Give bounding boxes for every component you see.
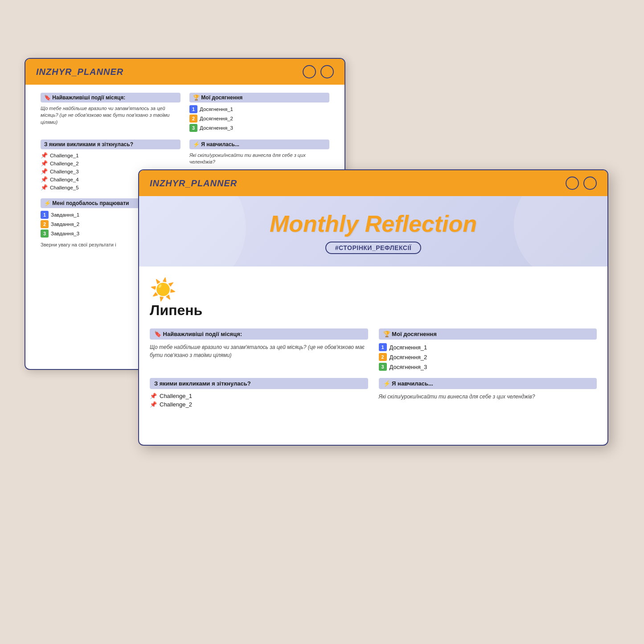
front-learned-header: ⚡ Я навчилась... [379,378,597,389]
back-achievement-2: 2 Досягнення_2 [189,115,329,123]
front-achievement-3: 3 Досягнення_3 [379,363,597,371]
front-challenges-header: З якими викликами я зіткнулась? [150,378,368,389]
badge-1: 1 [189,105,197,113]
pin-4: 📌 [41,176,48,183]
hero-section: Monthly Reflection #СТОРІНКИ_РЕФЛЕКСІЇ [139,196,607,267]
front-achievement-1: 1 Досягнення_1 [379,343,597,351]
front-challenges: З якими викликами я зіткнулась? 📌 Challe… [150,378,368,410]
front-important-events: 🔖 Найважливіші події місяця: Що тебе най… [150,328,368,373]
back-achievements: 🏆 Мої досягнення 1 Досягнення_1 2 Досягн… [189,93,329,133]
badge-2: 2 [189,115,197,123]
front-achievement-2: 2 Досягнення_2 [379,353,597,361]
front-pin-2: 📌 [150,401,157,408]
back-challenges-header: З якими викликами я зіткнулась? [41,139,180,149]
task-badge-2: 2 [41,220,49,228]
front-learned: ⚡ Я навчилась... Які скіли/уроки/інсайти… [379,378,597,410]
back-challenge-2: 📌 Challenge_2 [41,160,180,167]
front-badge-3: 3 [379,363,387,371]
front-important-events-header: 🔖 Найважливіші події місяця: [150,328,368,340]
task-badge-1: 1 [41,211,49,219]
front-important-events-prompt: Що тебе найбільше вразило чи запам'ятало… [150,343,368,359]
front-window-btn-1[interactable] [566,176,579,190]
back-window-header: INZHYR_PLANNER [25,59,345,85]
month-section: ☀️ Липень [139,267,607,328]
sun-icon: ☀️ [150,277,597,302]
back-window-title: INZHYR_PLANNER [36,67,123,77]
pin-2: 📌 [41,160,48,167]
back-achievements-header: 🏆 Мої досягнення [189,93,329,103]
front-challenge-2: 📌 Challenge_2 [150,401,368,408]
back-important-events: 🔖 Найважливіші події місяця: Що тебе най… [41,93,180,133]
front-window-header: INZHYR_PLANNER [139,170,607,196]
back-challenge-1: 📌 Challenge_1 [41,152,180,159]
back-learned-header: ⚡ Я навчилась... [189,139,329,149]
front-bottom-grid: З якими викликами я зіткнулась? 📌 Challe… [139,378,607,410]
badge-3: 3 [189,124,197,132]
front-achievements: 🏆 Мої досягнення 1 Досягнення_1 2 Досягн… [379,328,597,373]
front-badge-1: 1 [379,343,387,351]
back-window-btn-2[interactable] [320,65,334,78]
hero-title: Monthly Reflection [157,210,590,237]
pin-1: 📌 [41,152,48,159]
back-window-controls [303,65,334,78]
back-important-events-header: 🔖 Найважливіші події місяця: [41,93,180,103]
hero-hashtag: #СТОРІНКИ_РЕФЛЕКСІЇ [325,242,421,254]
front-window-title: INZHYR_PLANNER [150,178,237,189]
front-window-controls [566,176,597,190]
back-learned-prompt: Які скіли/уроки/інсайти ти винесла для с… [189,152,329,166]
back-achievement-1: 1 Досягнення_1 [189,105,329,113]
pin-3: 📌 [41,168,48,175]
front-challenge-1: 📌 Challenge_1 [150,393,368,399]
front-achievements-header: 🏆 Мої досягнення [379,328,597,340]
back-window-btn-1[interactable] [303,65,316,78]
back-achievement-3: 3 Досягнення_3 [189,124,329,132]
back-top-grid: 🔖 Найважливіші події місяця: Що тебе най… [36,93,334,139]
front-window: INZHYR_PLANNER Monthly Reflection #СТОРІ… [138,169,608,446]
front-pin-1: 📌 [150,393,157,399]
month-name: Липень [150,302,597,319]
front-learned-prompt: Які скіли/уроки/інсайти ти винесла для с… [379,393,597,401]
front-top-grid: 🔖 Найважливіші події місяця: Що тебе най… [139,328,607,373]
pin-5: 📌 [41,184,48,191]
back-important-events-prompt: Що тебе найбільше вразило чи запам'ятало… [41,105,180,126]
front-badge-2: 2 [379,353,387,361]
task-badge-3: 3 [41,230,49,238]
front-window-btn-2[interactable] [583,176,597,190]
